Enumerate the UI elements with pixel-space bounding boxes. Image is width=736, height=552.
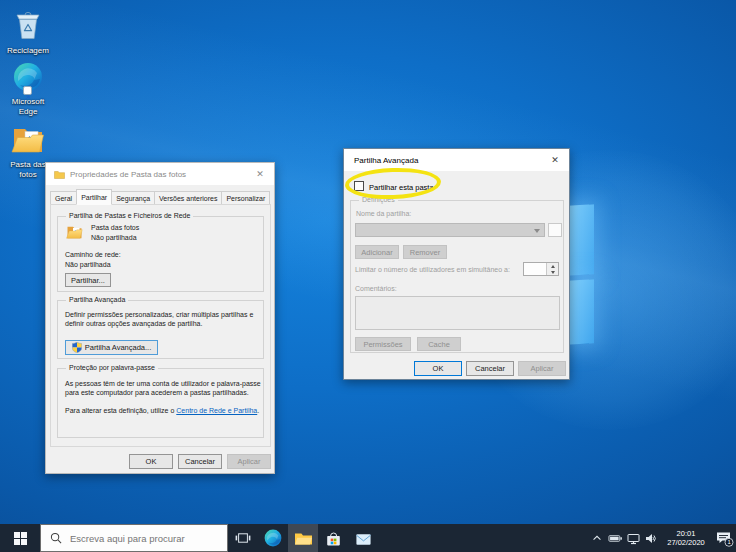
password-description-line2: para este computador para acederem a pas…	[65, 389, 249, 396]
network-path-value: Não partilhada	[65, 261, 111, 268]
advanced-description-line1: Definir permissões personalizadas, criar…	[65, 311, 253, 318]
share-this-folder-label[interactable]: Partilhar esta pasta	[369, 183, 434, 192]
recycle-bin-icon	[13, 27, 43, 44]
ok-button[interactable]: OK	[129, 454, 173, 469]
notification-badge: 1	[727, 539, 730, 545]
advanced-sharing-dialog: Partilha Avançada ✕ Partilhar esta pasta…	[343, 148, 570, 380]
advanced-sharing-button[interactable]: Partilha Avançada...	[65, 340, 158, 355]
clock-time: 20:01	[677, 529, 696, 538]
uac-shield-icon	[72, 342, 82, 353]
advanced-sharing-button-label: Partilha Avançada...	[85, 343, 152, 352]
tab-seguranca[interactable]: Segurança	[111, 191, 155, 205]
action-center-button[interactable]: 1	[712, 524, 736, 552]
microsoft-store-icon	[325, 530, 342, 547]
sentence-prefix: Para alterar esta definição, utilize o	[65, 407, 176, 414]
hidden-icons-chevron[interactable]	[588, 524, 606, 552]
taskbar-task-view-button[interactable]	[228, 524, 258, 552]
network-icon	[626, 532, 641, 545]
tab-partilhar[interactable]: Partilhar	[76, 189, 112, 205]
window-title: Partilha Avançada	[354, 156, 418, 165]
taskbar-clock[interactable]: 20:01 27/02/2020	[660, 524, 712, 552]
search-icon	[50, 532, 62, 544]
tray-battery[interactable]	[606, 524, 624, 552]
share-name-combobox	[355, 223, 545, 237]
folder-icon	[66, 224, 83, 241]
properties-dialog: Propriedades de Pasta das fotos ✕ GeralP…	[45, 162, 275, 474]
password-protection-group: Proteção por palavra-passe	[57, 368, 264, 438]
volume-icon	[644, 532, 658, 545]
close-icon[interactable]: ✕	[548, 153, 562, 167]
photos-folder-icon	[11, 141, 45, 158]
group-title: Partilha Avançada	[66, 296, 128, 303]
taskbar-file-explorer-button[interactable]	[288, 524, 318, 552]
close-icon[interactable]: ✕	[253, 167, 267, 181]
user-limit-spinner	[523, 262, 559, 276]
taskbar-store-button[interactable]	[318, 524, 348, 552]
apply-button: Aplicar	[518, 361, 566, 376]
taskbar: 20:01 27/02/2020 1	[0, 524, 736, 552]
windows-logo-icon	[14, 532, 27, 545]
spinner-buttons	[546, 263, 558, 275]
ok-button[interactable]: OK	[414, 361, 462, 376]
network-center-link[interactable]: Centro de Rede e Partilha	[176, 407, 257, 414]
password-description-line1: As pessoas têm de ter uma conta de utili…	[65, 380, 261, 387]
tab-strip: GeralPartilharSegurançaVersões anteriore…	[50, 189, 270, 205]
group-title: Proteção por palavra-passe	[66, 364, 158, 371]
spinner-down-icon[interactable]	[547, 269, 558, 275]
cache-button: Cache	[417, 337, 461, 351]
desktop-icon-microsoft-edge[interactable]: Microsoft Edge	[0, 62, 56, 116]
remove-button: Remover	[403, 245, 447, 259]
tab-geral[interactable]: Geral	[50, 191, 77, 205]
task-view-icon	[235, 531, 251, 545]
apply-button: Aplicar	[227, 454, 271, 469]
shared-folder-name: Pasta das fotos	[91, 224, 139, 231]
permissions-button: Permissões	[355, 337, 411, 351]
action-center-icon: 1	[715, 530, 734, 547]
start-button[interactable]	[0, 524, 40, 552]
sentence-suffix: .	[257, 407, 259, 414]
share-button[interactable]: Partilhar...	[65, 273, 111, 287]
desktop-icon-label: Reciclagem	[0, 46, 56, 56]
shortcut-arrow-badge	[23, 86, 32, 95]
desktop: Reciclagem Microsoft Edge	[0, 0, 736, 552]
taskbar-search[interactable]	[40, 524, 228, 552]
group-title: Partilha de Pastas e Ficheiros de Rede	[66, 212, 193, 219]
search-input[interactable]	[68, 532, 222, 545]
share-name-label: Nome da partilha:	[356, 210, 411, 217]
chevron-up-icon	[591, 532, 603, 544]
file-explorer-icon	[294, 531, 313, 546]
taskbar-edge-button[interactable]	[258, 524, 288, 552]
comments-textarea	[355, 296, 560, 330]
user-limit-label: Limitar o número de utilizadores em simu…	[355, 266, 510, 273]
share-name-side-box	[548, 223, 562, 237]
network-center-sentence: Para alterar esta definição, utilize o C…	[65, 407, 259, 414]
edge-icon	[13, 62, 43, 96]
network-path-label: Caminho de rede:	[65, 251, 121, 258]
chevron-down-icon	[534, 229, 540, 233]
group-title: Definições	[359, 196, 398, 203]
mail-icon	[355, 531, 372, 546]
cancel-button[interactable]: Cancelar	[178, 454, 222, 469]
properties-titlebar: Propriedades de Pasta das fotos ✕	[46, 163, 274, 185]
window-title: Propriedades de Pasta das fotos	[70, 170, 186, 179]
tray-volume[interactable]	[642, 524, 660, 552]
comments-label: Comentários:	[355, 285, 397, 292]
tray-network[interactable]	[624, 524, 642, 552]
battery-icon	[608, 532, 623, 544]
cancel-button[interactable]: Cancelar	[466, 361, 514, 376]
tab-versoes-anteriores[interactable]: Versões anteriores	[154, 191, 222, 205]
add-button: Adicionar	[355, 245, 399, 259]
desktop-icon-recycle-bin[interactable]: Reciclagem	[0, 8, 56, 56]
clock-date: 27/02/2020	[667, 538, 705, 547]
settings-group: Definições Nome da partilha: Adicionar R…	[350, 200, 564, 353]
tab-personalizar[interactable]: Personalizar	[221, 191, 270, 205]
advanced-titlebar: Partilha Avançada ✕	[344, 149, 569, 171]
edge-icon	[264, 529, 282, 547]
share-this-folder-checkbox[interactable]	[354, 181, 364, 191]
advanced-description-line2: definir outras opções avançadas de parti…	[65, 320, 202, 327]
taskbar-mail-button[interactable]	[348, 524, 378, 552]
shared-folder-status: Não partilhada	[91, 234, 137, 241]
folder-icon	[54, 170, 65, 179]
